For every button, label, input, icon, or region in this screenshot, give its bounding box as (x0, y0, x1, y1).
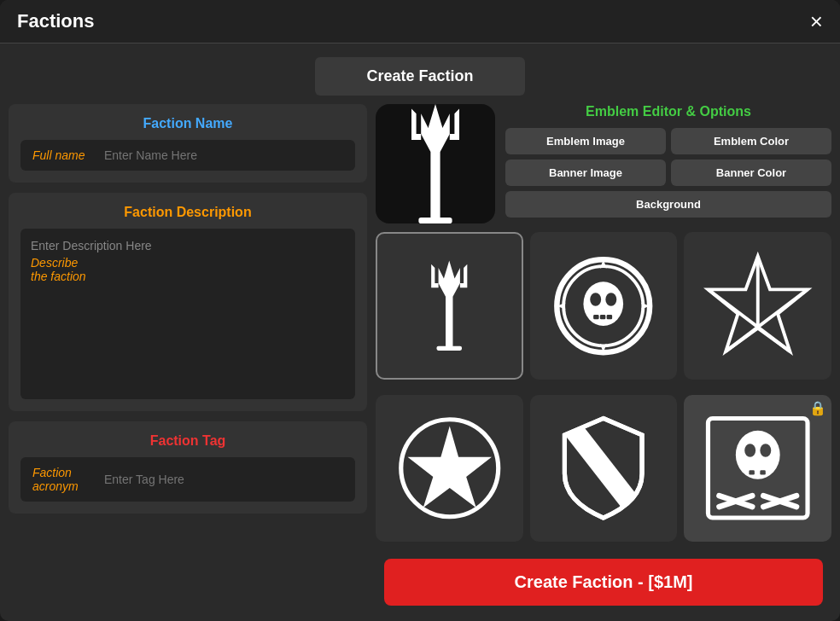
modal-title: Factions (17, 10, 94, 32)
star-icon (703, 251, 814, 362)
faction-tag-title: Faction Tag (20, 433, 355, 449)
create-faction-tab[interactable]: Create Faction (315, 57, 524, 96)
right-panel: Emblem Editor & Options Emblem Image Emb… (376, 104, 831, 559)
svg-rect-7 (593, 315, 598, 319)
create-faction-button[interactable]: Create Faction - [$1M] (384, 559, 823, 606)
svg-rect-0 (418, 218, 452, 223)
svg-line-12 (726, 289, 808, 351)
emblem-grid: 🔒 (376, 232, 831, 550)
faction-tag-section: Faction Tag Factionacronym (9, 421, 367, 514)
svg-rect-21 (749, 470, 754, 474)
description-placeholder-main: Enter Description Here (31, 239, 345, 252)
content-area: Faction Name Full name Faction Descripti… (0, 104, 840, 614)
banner-color-button[interactable]: Banner Color (671, 160, 831, 186)
banner-image-button[interactable]: Banner Image (505, 160, 666, 186)
emblem-item-skull[interactable] (530, 232, 678, 380)
faction-tag-input-row: Factionacronym (20, 457, 355, 502)
emblem-color-button[interactable]: Emblem Color (671, 128, 831, 154)
svg-point-5 (590, 293, 601, 306)
svg-point-20 (760, 444, 771, 457)
svg-rect-9 (607, 315, 612, 319)
svg-rect-1 (437, 346, 463, 351)
emblem-item-shield[interactable] (530, 395, 678, 543)
faction-description-section: Faction Description Enter Description He… (9, 193, 367, 411)
faction-tag-input[interactable] (97, 464, 355, 495)
selected-emblem-icon (376, 104, 495, 235)
create-btn-row: Create Faction - [$1M] (376, 559, 831, 614)
faction-name-section: Faction Name Full name (9, 104, 367, 183)
emblem-preview (376, 104, 495, 223)
faction-name-title: Faction Name (20, 116, 355, 131)
emblem-image-button[interactable]: Emblem Image (505, 128, 666, 154)
emblem-controls: Emblem Editor & Options Emblem Image Emb… (505, 104, 831, 223)
full-name-label: Full name (20, 140, 97, 171)
emblem-item-circle-star[interactable] (376, 395, 523, 543)
left-panel: Faction Name Full name Faction Descripti… (9, 104, 376, 614)
svg-point-19 (744, 444, 755, 457)
faction-description-box[interactable]: Enter Description Here Describethe facti… (20, 229, 355, 399)
svg-rect-22 (760, 470, 765, 474)
faction-name-input-row: Full name (20, 140, 355, 171)
svg-point-6 (606, 293, 617, 306)
emblem-item-trident[interactable] (376, 232, 523, 380)
svg-point-18 (736, 431, 780, 479)
faction-description-title: Faction Description (20, 205, 355, 220)
svg-marker-15 (407, 427, 491, 508)
emblem-item-star[interactable] (684, 232, 831, 380)
svg-line-13 (708, 289, 790, 351)
tab-bar: Create Faction (0, 44, 840, 104)
skull-gear-icon (548, 251, 659, 362)
background-button[interactable]: Background (505, 191, 831, 218)
faction-acronym-label: Factionacronym (20, 457, 97, 502)
close-button[interactable]: × (810, 10, 823, 32)
svg-rect-8 (600, 315, 605, 319)
lock-icon: 🔒 (809, 400, 826, 416)
circle-star-icon (394, 413, 505, 523)
shield-icon (548, 413, 659, 524)
modal: Factions × Create Faction Faction Name F… (0, 0, 840, 621)
trident-icon (395, 252, 503, 359)
modal-header: Factions × (0, 0, 840, 44)
skull-crossbones-icon (703, 413, 814, 524)
description-placeholder-italic: Describethe faction (31, 256, 345, 283)
emblem-editor-title: Emblem Editor & Options (505, 104, 831, 119)
emblem-top: Emblem Editor & Options Emblem Image Emb… (376, 104, 831, 223)
faction-name-input[interactable] (97, 140, 355, 171)
right-wrapper: Emblem Editor & Options Emblem Image Emb… (376, 104, 831, 614)
emblem-button-grid: Emblem Image Emblem Color Banner Image B… (505, 128, 831, 218)
svg-point-4 (584, 281, 624, 326)
emblem-item-skull-crossbones[interactable]: 🔒 (684, 395, 831, 543)
